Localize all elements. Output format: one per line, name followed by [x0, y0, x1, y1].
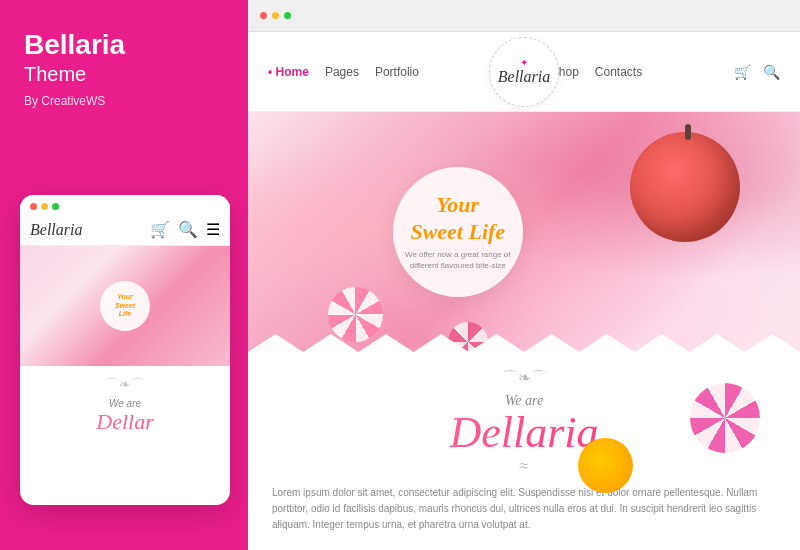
dot-yellow — [41, 203, 48, 210]
hero-sweet-text: Your Sweet Life — [410, 192, 505, 245]
nav-right-icons: 🛒 🔍 — [734, 64, 780, 80]
search-icon[interactable]: 🔍 — [763, 64, 780, 80]
nav-link-home[interactable]: Home — [268, 65, 309, 79]
we-are-body: Lorem ipsum dolor sit amet, consectetur … — [268, 485, 780, 533]
mobile-hero-text: Your Sweet Life — [115, 293, 135, 318]
nav-logo-icon: ✦ — [520, 57, 528, 68]
browser-dot-green — [284, 12, 291, 19]
right-lollipop-candy — [690, 383, 760, 453]
nav-logo-brand: Bellaria — [498, 68, 550, 86]
mobile-deco-icon: ⌒❧⌒ — [30, 376, 220, 394]
we-are-deco-top: ⌒❧⌒ — [268, 368, 780, 389]
theme-by: By CreativeWS — [24, 94, 224, 108]
mobile-cart-icon: 🛒 — [150, 220, 170, 239]
cart-icon[interactable]: 🛒 — [734, 64, 751, 80]
right-panel: Home Pages Portfolio ✦ Bellaria Blog Sho… — [248, 0, 800, 550]
mobile-logo: Bellaria — [30, 221, 82, 239]
nav-link-pages[interactable]: Pages — [325, 65, 359, 79]
dot-green — [52, 203, 59, 210]
mobile-menu-icon: ☰ — [206, 220, 220, 239]
desktop-nav: Home Pages Portfolio ✦ Bellaria Blog Sho… — [248, 32, 800, 112]
nav-link-contacts[interactable]: Contacts — [595, 65, 642, 79]
lollipop-pink-1 — [328, 287, 383, 342]
dot-red — [30, 203, 37, 210]
nav-link-portfolio[interactable]: Portfolio — [375, 65, 419, 79]
left-panel: Bellaria Theme By CreativeWS Bellaria 🛒 … — [0, 0, 248, 550]
mobile-hero: Your Sweet Life — [20, 246, 230, 366]
mobile-icons: 🛒 🔍 ☰ — [150, 220, 220, 239]
theme-subtitle: Theme — [24, 63, 224, 86]
hero-center-circle: Your Sweet Life We offer now a great ran… — [393, 167, 523, 297]
we-are-deco-bottom: ≈ — [268, 457, 780, 475]
browser-dot-yellow — [272, 12, 279, 19]
mobile-brand: Dellar — [30, 409, 220, 435]
desktop-hero: Your Sweet Life We offer now a great ran… — [248, 112, 800, 352]
nav-logo-center: ✦ Bellaria — [489, 37, 559, 107]
mobile-nav: Bellaria 🛒 🔍 ☰ — [20, 214, 230, 246]
we-are-section: ⌒❧⌒ We are Dellaria ≈ Lorem ipsum dolor … — [248, 352, 800, 549]
mobile-preview-card: Bellaria 🛒 🔍 ☰ Your Sweet Life ⌒❧⌒ We ar… — [20, 195, 230, 505]
big-red-apple-candy — [630, 132, 740, 242]
hero-sub-text: We offer now a great range of different … — [393, 249, 523, 271]
mobile-content: ⌒❧⌒ We are Dellar — [20, 366, 230, 445]
mobile-search-icon: 🔍 — [178, 220, 198, 239]
nav-links: Home Pages Portfolio — [268, 65, 419, 79]
browser-dot-red — [260, 12, 267, 19]
mobile-hero-circle: Your Sweet Life — [100, 281, 150, 331]
theme-title: Bellaria — [24, 30, 224, 61]
nav-logo-circle: ✦ Bellaria — [489, 37, 559, 107]
mobile-titlebar — [20, 195, 230, 214]
browser-bar — [248, 0, 800, 32]
mobile-we-are: We are — [30, 398, 220, 409]
